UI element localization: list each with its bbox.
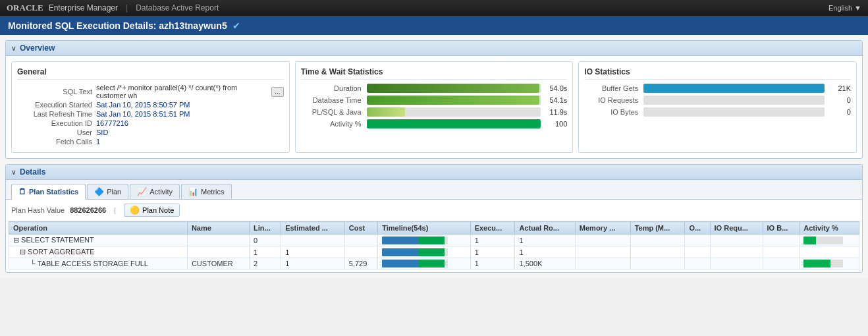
db-time-bar-container — [367, 96, 541, 105]
plan-note-button[interactable]: 🟡 Plan Note — [124, 204, 180, 217]
io-stats-panel: IO Statistics Buffer Gets 21K IO Request… — [578, 61, 857, 153]
execution-id-label: Execution ID — [17, 119, 96, 127]
estimated-cell — [281, 235, 345, 246]
tab-plan-statistics[interactable]: 🗒 Plan Statistics — [11, 184, 86, 200]
overview-header: ∨ Overview — [6, 41, 862, 56]
activity-bar-inner — [803, 237, 816, 244]
estimated-cell: 1 — [281, 246, 345, 258]
timeline-bar-blue — [382, 248, 418, 256]
db-time-bar — [367, 96, 539, 105]
plan-note-icon: 🟡 — [130, 206, 140, 215]
col-o: O... — [685, 222, 710, 235]
page-title-bar: Monitored SQL Execution Details: azh13tn… — [0, 16, 868, 35]
activity-pct-cell — [800, 246, 859, 258]
activity-bar-outer — [803, 260, 843, 267]
io-b-cell — [763, 246, 800, 258]
user-label: User — [17, 128, 96, 136]
activity-row: Activity % 100 — [301, 119, 568, 128]
plan-hash-label: Plan Hash Value — [11, 206, 65, 214]
sql-text-row: SQL Text select /*+ monitor parallel(4) … — [17, 84, 284, 99]
io-b-cell — [763, 235, 800, 246]
execution-started-label: Execution Started — [17, 101, 96, 109]
activity-value: 100 — [541, 120, 567, 128]
tab-activity[interactable]: 📈 Activity — [130, 184, 180, 199]
tab-activity-label: Activity — [149, 188, 173, 196]
plsql-bar-container — [367, 107, 541, 117]
last-refresh-label: Last Refresh Time — [17, 110, 96, 118]
timeline-bar-blue — [382, 260, 418, 267]
execution-id-value: 16777216 — [96, 119, 128, 127]
io-requ-cell — [710, 246, 763, 258]
activity-pct-cell — [800, 258, 859, 269]
io-requests-value: 0 — [825, 96, 851, 104]
buffer-gets-bar — [643, 84, 825, 93]
col-operation: Operation — [9, 222, 188, 235]
temp-cell — [630, 246, 685, 258]
overview-label: Overview — [20, 43, 55, 53]
io-bytes-value: 0 — [825, 108, 851, 116]
tab-plan[interactable]: 🔷 Plan — [87, 184, 128, 199]
separator: | — [126, 3, 128, 13]
cost-cell — [344, 235, 377, 246]
details-collapse-arrow[interactable]: ∨ — [11, 169, 16, 176]
table-row: ⊟ SELECT STATEMENT 0 1 1 — [9, 235, 859, 246]
col-io-requ: IO Requ... — [710, 222, 763, 235]
db-time-row: Database Time 54.1s — [301, 96, 568, 105]
details-label: Details — [20, 167, 45, 177]
activity-tab-icon: 📈 — [137, 187, 147, 196]
buffer-gets-row: Buffer Gets 21K — [584, 84, 851, 93]
temp-cell — [630, 258, 685, 269]
plsql-bar — [367, 107, 405, 117]
plan-hash-value: 882626266 — [70, 206, 106, 214]
activity-bar-outer — [803, 237, 843, 244]
tab-metrics[interactable]: 📊 Metrics — [181, 184, 231, 199]
io-requests-bar-container — [643, 96, 825, 105]
duration-value: 54.0s — [541, 84, 567, 92]
lin-cell: 0 — [250, 235, 281, 246]
io-b-cell — [763, 258, 800, 269]
db-time-label: Database Time — [301, 96, 367, 104]
buffer-gets-bar-container — [643, 84, 825, 93]
report-type: Database Active Report — [136, 3, 219, 13]
col-lin: Lin... — [250, 222, 281, 235]
o-cell — [685, 246, 710, 258]
col-temp: Temp (M... — [630, 222, 685, 235]
memory-cell — [575, 246, 630, 258]
fetch-calls-row: Fetch Calls 1 — [17, 138, 284, 146]
buffer-gets-label: Buffer Gets — [584, 84, 643, 92]
timeline-bar-green — [418, 237, 445, 244]
col-activity-pct: Activity % — [800, 222, 859, 235]
execution-started-value: Sat Jan 10, 2015 8:50:57 PM — [96, 101, 190, 109]
collapse-arrow[interactable]: ∨ — [11, 45, 16, 52]
io-requ-cell — [710, 235, 763, 246]
plan-hash-bar: Plan Hash Value 882626266 | 🟡 Plan Note — [6, 200, 862, 221]
col-actual-ro: Actual Ro... — [515, 222, 575, 235]
io-bytes-row: IO Bytes 0 — [584, 107, 851, 117]
plsql-label: PL/SQL & Java — [301, 108, 367, 116]
col-execu: Execu... — [470, 222, 515, 235]
lin-cell: 2 — [250, 258, 281, 269]
timeline-bar-green — [418, 248, 445, 256]
plan-icon: 🔷 — [94, 187, 104, 196]
name-cell — [187, 235, 249, 246]
fetch-calls-value: 1 — [96, 138, 100, 146]
col-io-b: IO B... — [763, 222, 800, 235]
execu-cell: 1 — [470, 246, 515, 258]
sql-ellipsis-button[interactable]: ... — [271, 87, 283, 97]
activity-pct-cell — [800, 235, 859, 246]
sql-label: SQL Text — [17, 88, 96, 96]
activity-bar-container — [367, 119, 541, 128]
oracle-logo: ORACLE — [7, 3, 43, 13]
temp-cell — [630, 235, 685, 246]
overview-grid: General SQL Text select /*+ monitor para… — [6, 56, 862, 158]
duration-label: Duration — [301, 84, 367, 92]
duration-bar — [367, 84, 539, 93]
user-row: User SID — [17, 128, 284, 136]
last-refresh-row: Last Refresh Time Sat Jan 10, 2015 8:51:… — [17, 110, 284, 118]
activity-label: Activity % — [301, 120, 367, 128]
execution-started-row: Execution Started Sat Jan 10, 2015 8:50:… — [17, 101, 284, 109]
io-stats-title: IO Statistics — [584, 67, 851, 80]
general-panel: General SQL Text select /*+ monitor para… — [11, 61, 290, 153]
language-selector[interactable]: English ▼ — [828, 4, 861, 12]
db-time-value: 54.1s — [541, 96, 567, 104]
